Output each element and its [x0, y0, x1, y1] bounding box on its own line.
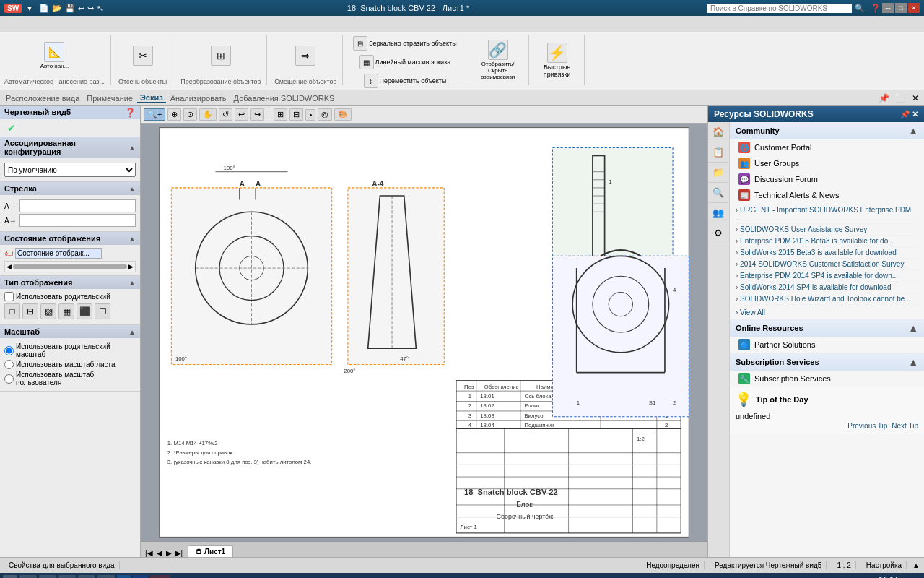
open-btn[interactable]: 📂 [52, 4, 62, 13]
news-item[interactable]: SOLIDWORKS User Assistance Survey [736, 224, 918, 236]
config-collapse[interactable]: ▲ [128, 144, 136, 152]
panel-close-btn[interactable]: ✕ [912, 110, 918, 119]
status-expand-btn[interactable]: ▲ [912, 561, 920, 569]
subscription-services-item[interactable]: 🔧 Subscription Services [730, 371, 924, 387]
display-state-header[interactable]: Состояние отображения ▲ [0, 232, 140, 245]
pin-btn[interactable]: 📌 [876, 93, 892, 103]
taskbar-word-btn[interactable]: W [133, 575, 148, 578]
pan-btn[interactable]: ✋ [199, 108, 217, 121]
news-item[interactable]: SolidWorks 2015 Beta3 is available for d… [736, 247, 918, 259]
redo-btn[interactable]: ↪ [87, 4, 94, 13]
tab-prev-btn[interactable]: ◀ [155, 549, 164, 557]
partner-solutions-item[interactable]: 🔷 Partner Solutions [730, 337, 924, 353]
restore-btn[interactable]: ⬜ [893, 93, 908, 103]
online-resources-toggle[interactable]: ▲ [908, 322, 918, 334]
display-type-collapse[interactable]: ▲ [128, 279, 136, 287]
taskbar-files-btn[interactable]: 📁 [39, 575, 56, 578]
news-item[interactable]: URGENT - Important SOLIDWORKS Enterprise… [736, 204, 918, 224]
news-item[interactable]: Enterprise PDM 2014 SP4 is available for… [736, 270, 918, 282]
arrow-collapse[interactable]: ▲ [128, 185, 136, 193]
appearance-btn[interactable]: 🎨 [334, 108, 352, 121]
ribbon-btn-snaps[interactable]: ⚡ Быстрые привязки [536, 41, 578, 79]
arrow-input-2[interactable] [19, 214, 136, 227]
taskbar-browser-btn[interactable]: 🌐 [58, 575, 76, 578]
menu-arrow[interactable]: ▼ [26, 4, 33, 12]
sketch-tab[interactable]: Эскиз [137, 93, 166, 103]
news-item[interactable]: 2014 SOLIDWORKS Customer Satisfaction Su… [736, 259, 918, 270]
subscription-toggle[interactable]: ▲ [908, 356, 918, 368]
news-item[interactable]: SolidWorks 2014 SP4 is available for dow… [736, 282, 918, 293]
taskbar-skype-btn[interactable]: S [117, 575, 131, 578]
display-solid[interactable]: ⬛ [77, 303, 92, 319]
ribbon-btn-trim[interactable]: ✂ [130, 44, 156, 67]
view-all-btn[interactable]: › View All [730, 306, 924, 319]
note-tab[interactable]: Примечание [84, 94, 136, 103]
display-shaded[interactable]: ▦ [58, 303, 74, 319]
select-btn[interactable]: ↖ [97, 4, 103, 13]
undo-btn[interactable]: ↩ [78, 4, 84, 13]
section-view-btn[interactable]: ⊟ [289, 108, 303, 121]
arrow-input-1[interactable] [19, 199, 136, 212]
view-help-btn[interactable]: ❓ [125, 108, 136, 118]
nav-folder-btn[interactable]: 📁 [708, 163, 728, 183]
hide-show-btn[interactable]: ◎ [318, 108, 332, 121]
tab-last-btn[interactable]: ▶| [174, 549, 185, 557]
rotate-btn[interactable]: ↺ [219, 108, 232, 121]
save-btn[interactable]: 💾 [65, 4, 75, 13]
scroll-container[interactable]: ◀▶ [4, 261, 136, 272]
arrow-header[interactable]: Стрелка ▲ [0, 182, 140, 195]
drawing-canvas-container[interactable]: Поз Обозначение Наименование К-во 1 18.0… [141, 124, 707, 541]
status-right[interactable]: Настройка [862, 561, 907, 569]
ribbon-btn-pattern[interactable]: ▦ Линейный массив эскиза [357, 53, 454, 71]
panel-pin-btn[interactable]: 📌 [900, 110, 910, 119]
display-state-collapse[interactable]: ▲ [128, 235, 136, 243]
addins-tab[interactable]: Добавления SOLIDWORKS [231, 94, 338, 103]
help-icon[interactable]: ❓ [871, 4, 881, 13]
customer-portal-item[interactable]: 🌐 Customer Portal [730, 139, 924, 155]
search-icon[interactable]: 🔍 [855, 4, 865, 13]
display-hidden[interactable]: ⊟ [22, 303, 38, 319]
tab-next-btn[interactable]: ▶ [165, 549, 173, 557]
community-section-header[interactable]: Community ▲ [730, 122, 924, 139]
taskbar-search-btn[interactable]: 🔍 [19, 575, 37, 578]
taskbar-sw-btn[interactable]: SW [150, 575, 170, 578]
display-type-header[interactable]: Тип отображения ▲ [0, 276, 140, 289]
zoom-in-btn[interactable]: 🔍+ [144, 108, 165, 121]
display-state-input[interactable] [15, 248, 102, 259]
prev-tip-btn[interactable]: Previous Tip [847, 422, 887, 430]
next-tip-btn[interactable]: Next Tip [892, 422, 918, 430]
nav-community-btn[interactable]: 👥 [708, 203, 728, 223]
ribbon-btn-auto[interactable]: 📐 Авто нан... [38, 40, 72, 71]
help-search[interactable] [707, 4, 852, 13]
start-button[interactable]: ⊞ [3, 575, 17, 578]
nav-recent-btn[interactable]: 📋 [708, 142, 728, 163]
close-panel-btn[interactable]: ✕ [910, 93, 921, 103]
scale-collapse[interactable]: ▲ [128, 328, 136, 336]
scale-user[interactable] [4, 374, 14, 384]
user-groups-item[interactable]: 👥 User Groups [730, 155, 924, 171]
nav-home-btn[interactable]: 🏠 [708, 122, 728, 142]
scale-header[interactable]: Масштаб ▲ [0, 325, 140, 338]
undo-view-btn[interactable]: ↩ [235, 108, 248, 121]
taskbar-notes-btn[interactable]: 📝 [78, 575, 95, 578]
subscription-section-header[interactable]: Subscription Services ▲ [730, 353, 924, 371]
zoom-selection-btn[interactable]: ⊙ [183, 108, 197, 121]
online-resources-header[interactable]: Online Resources ▲ [730, 319, 924, 337]
ribbon-btn-convert[interactable]: ⊞ [208, 44, 234, 67]
display-style-btn[interactable]: • [305, 109, 315, 121]
scale-sheet[interactable] [4, 360, 14, 369]
config-header[interactable]: Ассоциированная конфигурация ▲ [0, 137, 140, 158]
ribbon-btn-relations[interactable]: 🔗 Отобразить/Скрыть взаимосвязи [474, 38, 523, 82]
ribbon-btn-mirror[interactable]: ⊟ Зеркально отразить объекты [350, 35, 459, 52]
view-orient-btn[interactable]: ⊞ [274, 108, 287, 121]
zoom-fit-btn[interactable]: ⊕ [167, 108, 181, 121]
sheet-tab-1[interactable]: 🗒 Лист1 [188, 545, 233, 557]
scale-parent[interactable] [4, 346, 14, 355]
taskbar-mail-btn[interactable]: 📅 [97, 575, 115, 578]
ribbon-btn-move[interactable]: ↕ Переместить объекты [361, 72, 450, 90]
discussion-forum-item[interactable]: 💬 Discussion Forum [730, 171, 924, 187]
nav-search-btn[interactable]: 🔍 [708, 183, 728, 203]
display-wire[interactable]: □ [4, 303, 20, 319]
display-custom[interactable]: ☐ [95, 303, 110, 319]
tech-alerts-item[interactable]: 📰 Technical Alerts & News [730, 187, 924, 203]
